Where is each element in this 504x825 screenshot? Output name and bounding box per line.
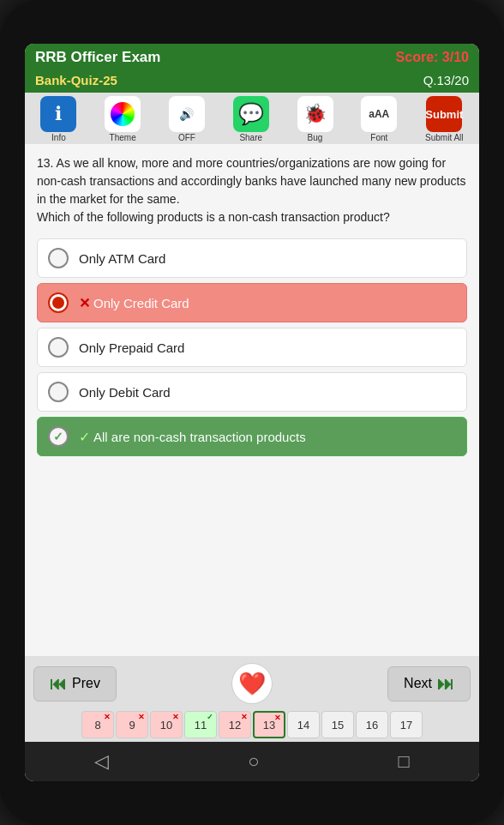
q-num-8[interactable]: ✕ 8 [81,711,114,738]
toolbar-off[interactable]: 🔊 OFF [169,96,205,142]
q-num-label-16: 16 [366,719,378,732]
next-button[interactable]: Next ⏭ [387,666,471,702]
next-last-icon: ⏭ [437,674,454,694]
q-num-11[interactable]: ✓ 11 [184,711,217,738]
app-title: RRB Officer Exam [35,49,160,66]
radio-e [48,426,69,447]
q-num-label-8: 8 [94,719,100,732]
device-frame: RRB Officer Exam Score: 3/10 Bank-Quiz-2… [0,0,504,825]
info-label: Info [51,133,66,142]
toolbar: ℹ Info Theme 🔊 OFF 💬 Share 🐞 Bug [25,93,479,144]
option-d[interactable]: Only Debit Card [37,372,467,412]
toolbar-font[interactable]: aAA Font [361,96,397,142]
heart-icon: ❤️ [238,671,266,697]
q-num-17[interactable]: 17 [390,711,423,738]
q-num-label-14: 14 [297,719,309,732]
correct-check-icon: ✓ [79,429,90,445]
info-icon: ℹ [40,96,76,132]
q-num-12[interactable]: ✕ 12 [219,711,251,738]
option-a[interactable]: Only ATM Card [37,238,467,278]
option-b[interactable]: ✕ Only Credit Card [37,283,467,322]
badge-8: ✕ [104,713,111,721]
toolbar-submit[interactable]: Submit Submit All [425,96,463,142]
submit-icon: Submit [426,96,462,132]
submit-label: Submit All [425,133,463,142]
q-num-9[interactable]: ✕ 9 [116,711,148,738]
bug-icon: 🐞 [297,96,333,132]
header-top: RRB Officer Exam Score: 3/10 [25,44,479,71]
theme-label: Theme [110,133,136,142]
radio-c [48,337,69,358]
toolbar-share[interactable]: 💬 Share [233,96,269,142]
nav-buttons: ⏮ Prev ❤️ Next ⏭ [33,663,471,704]
prev-first-icon: ⏮ [50,674,67,694]
radio-a [48,248,69,268]
screen: RRB Officer Exam Score: 3/10 Bank-Quiz-2… [25,44,479,781]
share-label: Share [239,133,262,142]
badge-10: ✕ [172,713,179,721]
q-num-15[interactable]: 15 [321,711,354,738]
quiz-name: Bank-Quiz-25 [35,73,117,87]
q-num-16[interactable]: 16 [356,711,388,738]
q-num-label-11: 11 [195,719,207,732]
favorite-button[interactable]: ❤️ [231,663,273,704]
option-b-text: Only Credit Card [93,296,189,310]
q-num-label-12: 12 [229,719,241,732]
toolbar-info[interactable]: ℹ Info [40,96,76,142]
badge-11: ✓ [207,713,213,721]
off-label: OFF [178,133,195,142]
toolbar-bug[interactable]: 🐞 Bug [297,96,333,142]
option-d-text: Only Debit Card [79,385,171,400]
theme-icon [105,96,141,132]
bug-label: Bug [308,133,323,142]
header-sub: Bank-Quiz-25 Q.13/20 [25,71,479,93]
radio-d [48,382,69,402]
home-icon[interactable]: ○ [248,750,259,773]
q-num-label-9: 9 [129,719,135,732]
speaker-icon: 🔊 [169,96,205,132]
toolbar-theme[interactable]: Theme [105,96,141,142]
badge-9: ✕ [138,713,145,721]
font-label: Font [370,133,387,142]
back-icon[interactable]: ◁ [94,750,109,773]
badge-13: ✕ [274,714,281,722]
q-num-label-10: 10 [160,719,172,732]
q-num-13[interactable]: ✕ 13 [253,711,285,738]
question-numbers-row: ✕ 8 ✕ 9 ✕ 10 ✓ 11 ✕ 12 [33,711,471,738]
q-num-10[interactable]: ✕ 10 [150,711,183,738]
question-number-header: Q.13/20 [423,73,469,87]
badge-12: ✕ [241,713,248,721]
option-c-text: Only Prepaid Card [79,340,184,355]
prev-label: Prev [72,676,100,691]
prev-button[interactable]: ⏮ Prev [33,666,117,702]
score-display: Score: 3/10 [396,50,469,65]
q-num-label-17: 17 [400,719,412,732]
question-text: 13. As we all know, more and more countr… [37,154,467,226]
option-e-text: All are non-cash transaction products [93,430,306,444]
bottom-nav: ⏮ Prev ❤️ Next ⏭ ✕ 8 ✕ 9 [25,656,479,742]
q-num-14[interactable]: 14 [287,711,320,738]
question-area: 13. As we all know, more and more countr… [25,144,479,656]
q-num-label-15: 15 [332,719,344,732]
next-label: Next [404,676,432,691]
recents-icon[interactable]: □ [399,750,410,773]
radio-b [48,292,69,313]
system-nav-bar: ◁ ○ □ [25,742,479,781]
whatsapp-icon: 💬 [233,96,269,132]
option-e[interactable]: ✓ All are non-cash transaction products [37,417,467,456]
option-c[interactable]: Only Prepaid Card [37,328,467,367]
wrong-x-icon: ✕ [79,295,90,311]
option-a-text: Only ATM Card [79,251,165,266]
font-icon: aAA [361,96,397,132]
